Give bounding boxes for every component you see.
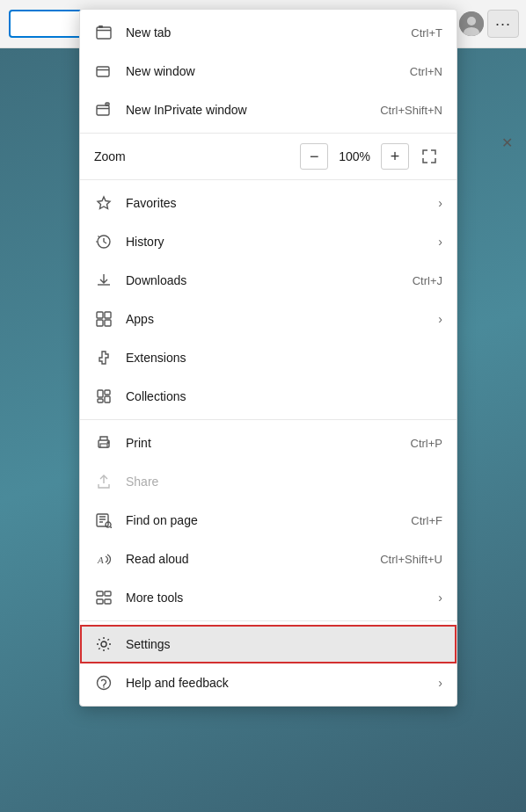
svg-rect-26	[97, 514, 108, 526]
favorites-label: Favorites	[126, 196, 431, 210]
svg-rect-20	[105, 390, 110, 395]
svg-rect-29	[97, 591, 103, 596]
svg-rect-31	[97, 599, 103, 604]
collections-icon	[94, 387, 113, 406]
svg-text:A: A	[97, 555, 104, 565]
settings-label: Settings	[126, 637, 442, 651]
avatar[interactable]	[459, 11, 484, 36]
share-label: Share	[126, 475, 442, 489]
more-tools-arrow: ›	[438, 591, 442, 605]
svg-rect-30	[105, 591, 111, 596]
menu-item-history[interactable]: History ›	[80, 222, 457, 261]
find-on-page-label: Find on page	[126, 513, 411, 527]
menu-item-inprivate[interactable]: New InPrivate window Ctrl+Shift+N	[80, 91, 457, 129]
svg-rect-10	[97, 67, 109, 76]
svg-rect-18	[105, 320, 111, 326]
menu-item-apps[interactable]: Apps ›	[80, 300, 457, 338]
print-icon	[94, 433, 113, 453]
inprivate-label: New InPrivate window	[126, 103, 380, 117]
menu-section-zoom: Zoom − 100% +	[80, 134, 457, 180]
new-tab-shortcut: Ctrl+T	[411, 26, 442, 40]
new-window-icon	[94, 62, 113, 81]
close-panel-button[interactable]: ✕	[496, 132, 517, 153]
svg-marker-13	[98, 197, 110, 209]
svg-point-6	[467, 17, 476, 25]
more-tools-icon	[94, 588, 113, 607]
menu-section-new: New tab Ctrl+T New window Ctrl+N	[80, 10, 457, 134]
zoom-value: 100%	[328, 149, 381, 163]
svg-rect-19	[98, 390, 103, 397]
more-tools-label: More tools	[126, 591, 431, 605]
favorites-arrow: ›	[438, 196, 442, 210]
read-aloud-label: Read aloud	[126, 552, 380, 566]
downloads-label: Downloads	[126, 273, 413, 287]
collections-label: Collections	[126, 389, 442, 403]
apps-label: Apps	[126, 312, 431, 326]
apps-arrow: ›	[438, 312, 442, 326]
share-icon	[94, 472, 113, 491]
svg-rect-11	[97, 105, 109, 115]
history-icon	[94, 232, 113, 251]
svg-rect-9	[99, 25, 103, 28]
apps-icon	[94, 309, 113, 329]
history-label: History	[126, 235, 431, 249]
zoom-fullscreen-button[interactable]	[416, 143, 442, 170]
browser-menu: New tab Ctrl+T New window Ctrl+N	[79, 9, 457, 707]
downloads-shortcut: Ctrl+J	[413, 274, 442, 287]
new-tab-icon	[94, 23, 113, 42]
favorites-icon	[94, 193, 113, 213]
svg-rect-8	[97, 27, 111, 39]
menu-item-extensions[interactable]: Extensions	[80, 338, 457, 377]
print-shortcut: Ctrl+P	[411, 437, 442, 450]
menu-section-settings: Settings Help and feedback ›	[80, 621, 457, 706]
read-aloud-icon: A	[94, 549, 113, 569]
print-label: Print	[126, 436, 411, 450]
more-label: ···	[495, 15, 511, 33]
menu-item-help-feedback[interactable]: Help and feedback ›	[80, 663, 457, 702]
settings-icon	[94, 634, 113, 654]
history-arrow: ›	[438, 235, 442, 249]
menu-item-favorites[interactable]: Favorites ›	[80, 184, 457, 222]
new-tab-label: New tab	[126, 25, 411, 40]
extensions-icon	[94, 348, 113, 367]
svg-rect-21	[105, 396, 110, 402]
svg-rect-32	[105, 599, 111, 604]
svg-rect-17	[97, 320, 103, 326]
menu-item-new-window[interactable]: New window Ctrl+N	[80, 52, 457, 91]
inprivate-icon	[94, 100, 113, 120]
extensions-label: Extensions	[126, 351, 442, 365]
menu-item-share: Share	[80, 462, 457, 501]
menu-item-settings[interactable]: Settings	[80, 625, 457, 663]
inprivate-shortcut: Ctrl+Shift+N	[380, 104, 442, 117]
menu-item-find-on-page[interactable]: Find on page Ctrl+F	[80, 501, 457, 540]
svg-point-35	[103, 686, 105, 688]
zoom-controls: − 100% +	[300, 143, 409, 170]
menu-item-collections[interactable]: Collections	[80, 377, 457, 416]
svg-point-25	[107, 442, 109, 444]
more-button[interactable]: ···	[487, 10, 519, 38]
menu-item-read-aloud[interactable]: A Read aloud Ctrl+Shift+U	[80, 540, 457, 578]
menu-section-browse: Favorites › History › Downloads	[80, 180, 457, 420]
help-icon	[94, 673, 113, 692]
new-window-label: New window	[126, 64, 410, 78]
zoom-row: Zoom − 100% +	[80, 137, 457, 176]
svg-rect-24	[100, 444, 107, 447]
menu-item-more-tools[interactable]: More tools ›	[80, 578, 457, 617]
svg-point-33	[101, 642, 106, 647]
svg-rect-16	[105, 312, 111, 318]
find-icon	[94, 511, 113, 530]
read-aloud-shortcut: Ctrl+Shift+U	[380, 553, 442, 566]
zoom-label: Zoom	[94, 149, 143, 163]
help-feedback-arrow: ›	[438, 676, 442, 690]
menu-item-new-tab[interactable]: New tab Ctrl+T	[80, 13, 457, 52]
new-window-shortcut: Ctrl+N	[410, 65, 442, 78]
menu-section-actions: Print Ctrl+P Share	[80, 420, 457, 621]
zoom-minus-button[interactable]: −	[300, 143, 328, 170]
zoom-plus-button[interactable]: +	[381, 143, 409, 170]
help-feedback-label: Help and feedback	[126, 676, 431, 690]
menu-item-print[interactable]: Print Ctrl+P	[80, 424, 457, 462]
svg-rect-15	[97, 312, 103, 318]
svg-rect-22	[98, 399, 103, 402]
menu-item-downloads[interactable]: Downloads Ctrl+J	[80, 261, 457, 300]
downloads-icon	[94, 271, 113, 290]
